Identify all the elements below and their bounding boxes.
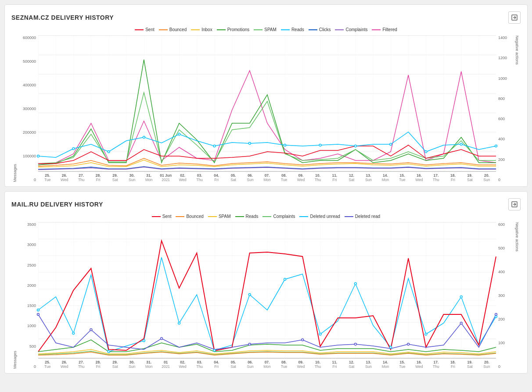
svg-point-44 — [248, 294, 251, 296]
svg-point-11 — [37, 155, 40, 157]
svg-point-58 — [407, 343, 410, 346]
mailru-chart-title: MAIL.RU DELIVERY HISTORY — [11, 201, 103, 208]
svg-point-24 — [495, 145, 497, 147]
svg-point-43 — [213, 349, 216, 352]
seznam-legend: Sent Bounced Inbox Promotions SPAM Reads… — [11, 27, 521, 32]
svg-point-39 — [72, 332, 75, 335]
mailru-y-axis-left-label: Messages — [11, 222, 18, 369]
svg-point-46 — [319, 333, 321, 335]
mailru-legend-bounced: Bounced — [176, 214, 203, 219]
mailru-chart-inner: 25.Tue 26.Wed 27.Thu 28.Fri 29.Sat 30.Su… — [38, 222, 496, 369]
mailru-chart-body: Messages 3500 3000 2500 2000 1500 1000 5… — [11, 222, 521, 369]
svg-point-14 — [143, 136, 145, 139]
mailru-y-axis-right-label: Negative actions — [514, 222, 521, 369]
svg-point-20 — [354, 145, 356, 147]
svg-point-18 — [284, 144, 286, 146]
svg-point-55 — [248, 343, 251, 346]
legend-spam: SPAM — [254, 27, 277, 32]
svg-point-21 — [390, 143, 392, 146]
mailru-y-axis-right: 600 500 400 300 200 100 0 — [496, 222, 514, 369]
svg-point-22 — [425, 151, 427, 153]
mailru-y-axis-left: 3500 3000 2500 2000 1500 1000 500 0 — [18, 222, 38, 369]
svg-point-40 — [108, 351, 110, 353]
mailru-export-button[interactable] — [508, 198, 521, 210]
svg-point-45 — [284, 278, 286, 281]
legend-promotions: Promotions — [217, 27, 250, 32]
svg-point-38 — [37, 309, 40, 311]
svg-point-60 — [495, 314, 497, 316]
legend-inbox: Inbox — [191, 27, 212, 32]
svg-point-47 — [354, 283, 356, 285]
svg-point-17 — [248, 143, 251, 145]
svg-point-54 — [161, 338, 163, 340]
mailru-legend-reads: Reads — [235, 214, 259, 219]
seznam-y-axis-left-label: Messages — [11, 36, 18, 182]
mailru-chart-container: MAIL.RU DELIVERY HISTORY Sent Bounced SP… — [4, 191, 528, 374]
seznam-y-axis-right: 1400 1200 1000 800 600 400 200 0 — [496, 36, 514, 182]
svg-point-19 — [319, 144, 321, 146]
svg-point-52 — [37, 314, 40, 316]
svg-point-12 — [72, 148, 75, 150]
svg-point-59 — [460, 322, 462, 324]
mailru-legend-sent: Sent — [152, 214, 172, 219]
legend-filtered: Filtered — [372, 27, 397, 32]
seznam-chart-inner: 25.Tue 26.Wed 27.Thu 28.Fri 29.Sat 30.Su… — [38, 36, 496, 182]
mailru-legend: Sent Bounced SPAM Reads Complaints Delet… — [11, 214, 521, 219]
seznam-chart-container: SEZNAM.CZ DELIVERY HISTORY Sent Bounced … — [4, 4, 528, 187]
mailru-x-axis: 25.Tue 26.Wed 27.Thu 28.Fri 29.Sat 30.Su… — [38, 360, 496, 369]
mailru-legend-deleted-unread: Deleted unread — [299, 214, 340, 219]
seznam-y-axis-left: 600000 500000 400000 300000 200000 10000… — [18, 36, 38, 182]
svg-point-15 — [178, 133, 180, 135]
mailru-legend-complaints: Complaints — [262, 214, 295, 219]
seznam-y-axis-right-label: Negative actions — [514, 36, 521, 182]
svg-point-16 — [213, 145, 216, 147]
legend-reads: Reads — [281, 27, 304, 32]
legend-complaints: Complaints — [335, 27, 367, 32]
seznam-export-button[interactable] — [508, 11, 521, 24]
svg-point-23 — [460, 143, 462, 146]
svg-point-48 — [390, 346, 392, 349]
legend-bounced: Bounced — [159, 27, 187, 32]
seznam-chart-header: SEZNAM.CZ DELIVERY HISTORY — [11, 11, 521, 24]
legend-clicks: Clicks — [309, 27, 331, 32]
svg-point-41 — [143, 340, 145, 342]
seznam-x-axis: 25.Tue 26.Wed 27.Thu 28.Fri 29.Sat 30.Su… — [38, 173, 496, 182]
svg-point-57 — [354, 343, 356, 346]
mailru-chart-header: MAIL.RU DELIVERY HISTORY — [11, 198, 521, 210]
svg-point-50 — [460, 296, 462, 298]
svg-point-42 — [178, 322, 180, 324]
svg-point-13 — [108, 151, 110, 153]
svg-point-56 — [302, 339, 304, 341]
seznam-chart-body: Messages 600000 500000 400000 300000 200… — [11, 36, 521, 182]
svg-point-49 — [425, 333, 427, 335]
mailru-legend-deleted-read: Deleted read — [345, 214, 380, 219]
mailru-legend-spam: SPAM — [208, 214, 231, 219]
legend-sent: Sent — [135, 27, 155, 32]
svg-point-53 — [90, 329, 92, 331]
seznam-chart-title: SEZNAM.CZ DELIVERY HISTORY — [11, 14, 114, 21]
svg-rect-28 — [38, 222, 496, 358]
